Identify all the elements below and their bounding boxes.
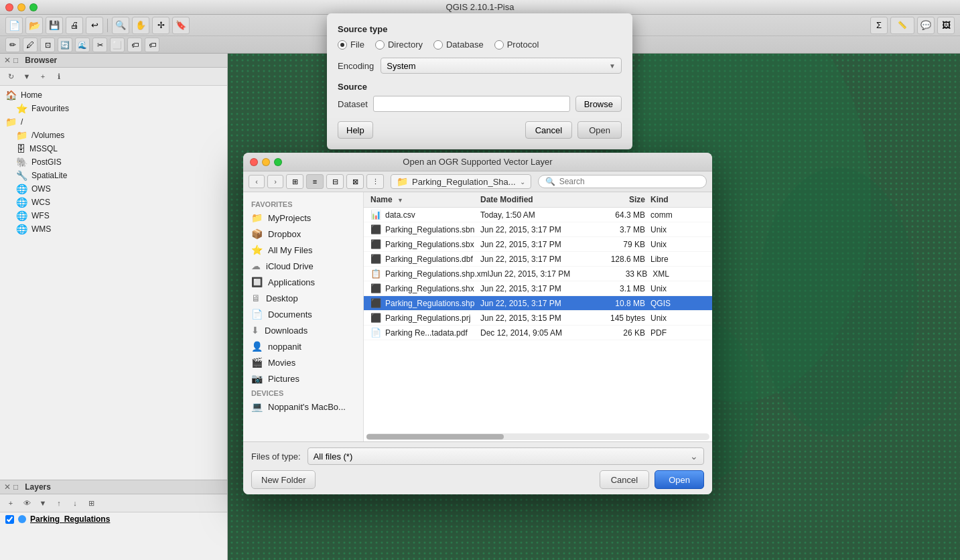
minimize-button[interactable]	[17, 3, 25, 11]
toolbar-icon[interactable]: ↩	[86, 17, 103, 34]
toolbar-icon[interactable]: 💾	[46, 17, 63, 34]
sidebar-item-pictures[interactable]: 📷 Pictures	[243, 370, 363, 387]
toolbar-icon[interactable]: 🖼	[937, 17, 955, 34]
tree-item-wfs[interactable]: 🌐 WFS	[0, 209, 227, 222]
browser-close-btn[interactable]: ✕	[4, 56, 11, 65]
sidebar-item-movies[interactable]: 🎬 Movies	[243, 354, 363, 370]
sidebar-item-dropbox[interactable]: 📦 Dropbox	[243, 226, 363, 242]
layer-item[interactable]: Parking_Regulations	[0, 512, 227, 526]
tree-item-root[interactable]: 📁 /	[0, 115, 227, 129]
tree-item-spatialite[interactable]: 🔧 SpatiaLite	[0, 169, 227, 182]
ogr-min-btn[interactable]	[262, 158, 270, 166]
toolbar-icon[interactable]: 📂	[25, 17, 43, 34]
sidebar-item-desktop[interactable]: 🖥 Desktop	[243, 290, 363, 306]
layers-layout-btn[interactable]: ⊞	[84, 496, 98, 510]
col-name[interactable]: Name ▼	[370, 195, 480, 204]
toolbar-icon[interactable]: 💬	[917, 17, 935, 34]
layer-visibility-checkbox[interactable]	[5, 515, 14, 524]
toolbar-icon-edit[interactable]: ✏	[5, 38, 20, 52]
toolbar-icon[interactable]: 📄	[5, 17, 23, 34]
toolbar-icon[interactable]: 🔍	[112, 17, 129, 34]
sidebar-item-noppanit[interactable]: 👤 noppanit	[243, 338, 363, 354]
layers-move-down-btn[interactable]: ↓	[68, 496, 82, 510]
dataset-input[interactable]	[373, 96, 570, 112]
tree-item-ows[interactable]: 🌐 OWS	[0, 182, 227, 196]
col-kind[interactable]: Kind	[645, 195, 705, 204]
sidebar-item-icloud[interactable]: ☁ iCloud Drive	[243, 258, 363, 274]
browser-info-btn[interactable]: ℹ	[52, 70, 66, 83]
file-row[interactable]: ⬛ Parking_Regulations.sbn Jun 22, 2015, …	[364, 222, 712, 237]
tree-item-favourites[interactable]: ⭐ Favourites	[0, 102, 227, 115]
file-row[interactable]: 📄 Parking Re...tadata.pdf Dec 12, 2014, …	[364, 326, 712, 340]
source-open-button[interactable]: Open	[577, 121, 622, 139]
ogr-max-btn[interactable]	[274, 158, 282, 166]
browse-button[interactable]: Browse	[575, 96, 622, 112]
back-button[interactable]: ‹	[249, 175, 265, 188]
maximize-button[interactable]	[29, 3, 38, 11]
help-button[interactable]: Help	[338, 121, 373, 139]
sidebar-item-applications[interactable]: 🔲 Applications	[243, 274, 363, 290]
file-row[interactable]: 📊 data.csv Today, 1:50 AM 64.3 MB comm	[364, 208, 712, 222]
source-cancel-button[interactable]: Cancel	[525, 121, 572, 139]
toolbar-icon[interactable]: 📏	[890, 17, 914, 34]
arrange-btn[interactable]: ⋮	[366, 174, 384, 189]
browser-add-btn[interactable]: +	[36, 70, 50, 83]
toolbar-icon[interactable]: ⊡	[40, 38, 55, 52]
path-dropdown[interactable]: 📁 Parking_Regulation_Sha... ⌄	[391, 174, 531, 189]
tree-item-volumes[interactable]: 📁 /Volumes	[0, 129, 227, 142]
sidebar-item-myprojects[interactable]: 📁 MyProjects	[243, 210, 363, 226]
sidebar-item-documents[interactable]: 📄 Documents	[243, 306, 363, 322]
search-input[interactable]	[559, 177, 699, 186]
sidebar-item-macbook[interactable]: 💻 Noppanit's MacBo...	[243, 399, 363, 415]
open-button[interactable]: Open	[655, 470, 704, 489]
forward-button[interactable]: ›	[267, 175, 283, 188]
layers-float-btn[interactable]: □	[13, 482, 18, 492]
file-row[interactable]: ⬛ Parking_Regulations.shx Jun 22, 2015, …	[364, 281, 712, 296]
radio-file[interactable]: File	[338, 40, 364, 50]
tree-item-postgis[interactable]: 🐘 PostGIS	[0, 155, 227, 169]
toolbar-icon[interactable]: Σ	[870, 17, 888, 34]
encoding-dropdown-arrow[interactable]: ▼	[609, 62, 616, 70]
toolbar-icon[interactable]: ✢	[152, 17, 169, 34]
list-view-btn[interactable]: ≡	[306, 174, 324, 189]
col-size[interactable]: Size	[590, 195, 645, 204]
cancel-button[interactable]: Cancel	[600, 470, 649, 489]
toolbar-icon[interactable]: 🖨	[66, 17, 83, 34]
radio-protocol[interactable]: Protocol	[494, 40, 539, 50]
files-type-dropdown[interactable]: All files (*) ⌄	[307, 447, 704, 465]
sidebar-item-downloads[interactable]: ⬇ Downloads	[243, 322, 363, 338]
tree-item-wcs[interactable]: 🌐 WCS	[0, 196, 227, 209]
sidebar-item-all-my-files[interactable]: ⭐ All My Files	[243, 242, 363, 258]
column-view-btn[interactable]: ⊟	[326, 174, 344, 189]
radio-database[interactable]: Database	[433, 40, 484, 50]
toolbar-icon[interactable]: ✋	[132, 17, 149, 34]
file-row[interactable]: ⬛ Parking_Regulations.dbf Jun 22, 2015, …	[364, 252, 712, 267]
tree-item-wms[interactable]: 🌐 WMS	[0, 222, 227, 236]
icon-view-btn[interactable]: ⊞	[286, 174, 303, 189]
toolbar-icon[interactable]: ✂	[92, 38, 107, 52]
close-button[interactable]	[5, 3, 13, 11]
h-scrollbar[interactable]	[366, 433, 709, 440]
browser-float-btn[interactable]: □	[13, 56, 18, 65]
toolbar-icon[interactable]: ⬜	[110, 38, 125, 52]
file-row[interactable]: 📋 Parking_Regulations.shp.xml Jun 22, 20…	[364, 267, 712, 281]
tree-item-mssql[interactable]: 🗄 MSSQL	[0, 142, 227, 155]
ogr-close-btn[interactable]	[250, 158, 258, 166]
layers-close-btn[interactable]: ✕	[4, 482, 11, 492]
radio-directory[interactable]: Directory	[375, 40, 423, 50]
toolbar-icon[interactable]: 🔄	[58, 38, 72, 52]
flow-view-btn[interactable]: ⊠	[346, 174, 364, 189]
toolbar-icon[interactable]: 🏷	[127, 38, 142, 52]
new-folder-button[interactable]: New Folder	[251, 470, 316, 489]
browser-refresh-btn[interactable]: ↻	[4, 70, 17, 83]
browser-filter-btn[interactable]: ▼	[20, 70, 33, 83]
toolbar-icon[interactable]: 🔖	[172, 17, 190, 34]
toolbar-icon[interactable]: 🏷	[145, 38, 159, 52]
file-row[interactable]: ⬛ Parking_Regulations.sbx Jun 22, 2015, …	[364, 237, 712, 252]
file-row[interactable]: ⬛ Parking_Regulations.prj Jun 22, 2015, …	[364, 311, 712, 326]
layers-filter-btn[interactable]: ▼	[36, 496, 50, 510]
layers-move-up-btn[interactable]: ↑	[52, 496, 66, 510]
layers-show-btn[interactable]: 👁	[20, 496, 33, 510]
toolbar-icon-pencil[interactable]: 🖊	[23, 38, 38, 52]
tree-item-home[interactable]: 🏠 Home	[0, 88, 227, 102]
